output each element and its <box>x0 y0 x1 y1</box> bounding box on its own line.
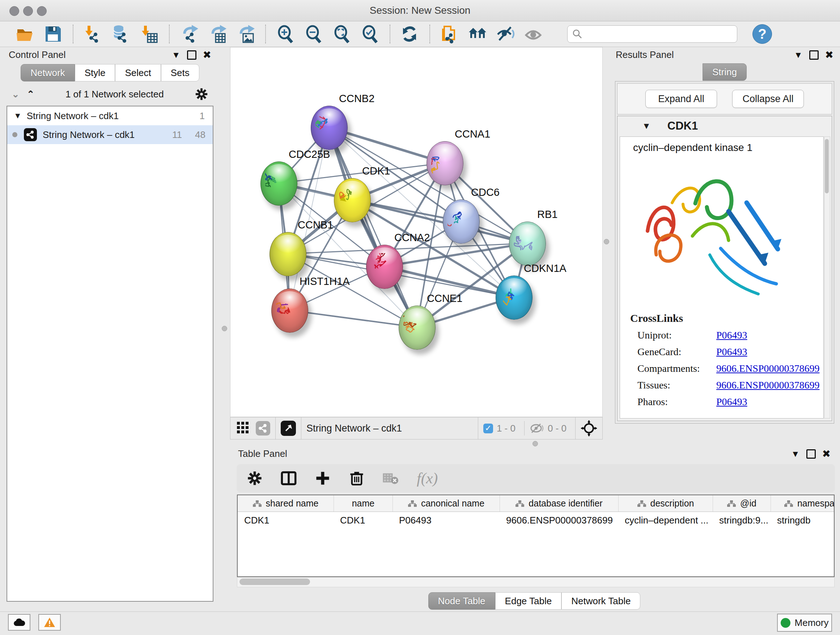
export-network-icon[interactable] <box>178 23 200 45</box>
node-CCNB2[interactable] <box>311 106 347 150</box>
node-CDKN1A[interactable] <box>496 276 532 320</box>
search-input[interactable] <box>583 28 733 40</box>
column-header-sharedname[interactable]: shared name <box>238 495 333 511</box>
close-panel-icon[interactable]: ✖ <box>203 50 211 60</box>
export-image-icon[interactable] <box>235 23 256 45</box>
tab-string[interactable]: String <box>703 63 747 81</box>
left-splitter-handle[interactable] <box>222 326 227 331</box>
save-floppy-icon[interactable] <box>42 23 64 45</box>
column-header-id[interactable]: @id <box>713 495 771 511</box>
show-columns-icon[interactable] <box>281 470 297 486</box>
horizontal-splitter-handle[interactable] <box>532 441 538 447</box>
network-options-gear-icon[interactable] <box>195 87 208 101</box>
node-CDC25B[interactable] <box>261 162 297 206</box>
table-float-panel-icon[interactable] <box>806 449 816 459</box>
help-icon[interactable]: ? <box>752 24 772 44</box>
houses-icon[interactable] <box>467 23 489 45</box>
node-CCNA1[interactable] <box>426 141 463 185</box>
zoom-selected-icon[interactable] <box>359 23 381 45</box>
detach-view-icon[interactable] <box>281 421 296 436</box>
table-panel-menu-icon[interactable]: ▼ <box>791 450 800 458</box>
memory-button[interactable]: Memory <box>777 614 832 632</box>
panel-menu-icon[interactable]: ▼ <box>172 51 180 59</box>
table-cell[interactable]: 9606.ENSP00000378699 <box>500 512 618 529</box>
table-horizontal-scrollbar[interactable] <box>237 577 835 587</box>
table-options-gear-icon[interactable] <box>247 470 263 486</box>
selected-nodes-checkbox[interactable]: ✓ <box>483 424 493 433</box>
cloud-button[interactable] <box>8 614 30 631</box>
tab-select[interactable]: Select <box>115 64 161 81</box>
node-CCNE1[interactable] <box>399 306 436 350</box>
float-panel-icon[interactable] <box>187 50 196 60</box>
edge-HIST1H1A-CCNE1[interactable] <box>289 310 417 327</box>
section-collapse-icon[interactable]: ▼ <box>642 121 651 131</box>
network-tree-item-row[interactable]: String Network – cdk1 11 48 <box>7 125 213 144</box>
results-float-panel-icon[interactable] <box>809 50 819 60</box>
tab-style[interactable]: Style <box>75 64 115 81</box>
crosslink-link[interactable]: P06493 <box>716 396 747 408</box>
column-header-description[interactable]: description <box>618 495 713 511</box>
tab-network-table[interactable]: Network Table <box>561 592 640 610</box>
results-panel-menu-icon[interactable]: ▼ <box>794 51 803 59</box>
table-cell[interactable]: stringdb <box>771 512 835 529</box>
table-cell[interactable]: CDK1 <box>238 512 333 529</box>
table-row[interactable]: CDK1CDK1P064939606.ENSP00000378699cyclin… <box>238 512 834 529</box>
node-CCNB1[interactable] <box>270 232 306 276</box>
network-view-share-icon[interactable] <box>256 421 270 435</box>
crosslink-link[interactable]: 9606.ENSP00000378699 <box>716 379 819 391</box>
birds-eye-crosshair-icon[interactable] <box>581 420 597 437</box>
tab-node-table[interactable]: Node Table <box>428 592 495 610</box>
results-scrollbar[interactable] <box>824 136 830 418</box>
right-splitter-handle[interactable] <box>604 239 609 244</box>
expand-all-networks-icon[interactable]: ⌃⌃ <box>27 92 35 97</box>
tab-sets[interactable]: Sets <box>161 64 199 81</box>
hide-eye-slash-icon[interactable] <box>495 23 517 45</box>
grid-view-icon[interactable] <box>236 421 249 435</box>
zoom-in-icon[interactable] <box>275 23 296 45</box>
crosslink-link[interactable]: P06493 <box>716 346 747 358</box>
crosslink-link[interactable]: 9606.ENSP00000378699 <box>716 363 819 374</box>
network-tree-root-row[interactable]: ▼ String Network – cdk1 1 <box>7 106 213 125</box>
column-header-name[interactable]: name <box>333 495 393 511</box>
tab-edge-table[interactable]: Edge Table <box>495 592 562 610</box>
results-close-panel-icon[interactable]: ✖ <box>825 50 834 60</box>
table-close-panel-icon[interactable]: ✖ <box>822 449 831 459</box>
import-network-database-icon[interactable] <box>111 23 132 45</box>
zoom-fit-icon[interactable] <box>331 23 353 45</box>
delete-column-trash-icon[interactable] <box>349 470 365 486</box>
table-cell[interactable]: cyclin–dependent ... <box>618 512 713 529</box>
collapse-all-button[interactable]: Collapse All <box>732 90 804 108</box>
search-box[interactable] <box>567 25 737 43</box>
import-network-file-icon[interactable] <box>82 23 104 45</box>
expand-all-button[interactable]: Expand All <box>645 90 717 108</box>
tab-network[interactable]: Network <box>21 64 74 81</box>
crosslink-label: Uniprot: <box>638 329 716 341</box>
crosslink-link[interactable]: P06493 <box>716 329 747 341</box>
edge-CCNB2-CCNE1[interactable] <box>329 127 417 327</box>
table-cell[interactable]: stringdb:9... <box>713 512 771 529</box>
node-CDC6[interactable] <box>443 200 480 244</box>
node-RB1[interactable] <box>509 222 546 266</box>
column-header-canonicalname[interactable]: canonical name <box>393 495 500 511</box>
results-panel: Results Panel ▼ ✖ String Expand All Coll… <box>612 49 837 426</box>
open-folder-icon[interactable] <box>14 23 36 45</box>
warnings-button[interactable] <box>38 614 61 631</box>
collection-count: 1 <box>200 111 205 122</box>
column-header-databaseidentifier[interactable]: database identifier <box>500 495 618 511</box>
export-table-icon[interactable] <box>207 23 228 45</box>
table-cell[interactable]: CDK1 <box>333 512 393 529</box>
node-CDK1[interactable] <box>334 178 371 222</box>
refresh-layout-icon[interactable] <box>399 23 421 45</box>
node-CCNA2[interactable] <box>366 245 403 289</box>
add-column-icon[interactable] <box>315 470 331 486</box>
copy-document-network-icon[interactable] <box>439 23 461 45</box>
zoom-out-icon[interactable] <box>303 23 325 45</box>
hidden-eye-slash-icon[interactable] <box>530 423 544 434</box>
column-header-namespace[interactable]: namespace <box>771 495 835 511</box>
collapse-all-networks-icon[interactable]: ⌄⌄ <box>11 92 19 97</box>
import-table-icon[interactable] <box>139 23 160 45</box>
node-HIST1H1A[interactable] <box>271 288 308 333</box>
table-cell[interactable]: P06493 <box>393 512 500 529</box>
network-canvas[interactable]: CCNB2CCNA1CDC25BCDK1CDC6RB1CCNB1CCNA2CDK… <box>230 47 603 417</box>
tree-collapse-icon[interactable]: ▼ <box>14 111 22 120</box>
